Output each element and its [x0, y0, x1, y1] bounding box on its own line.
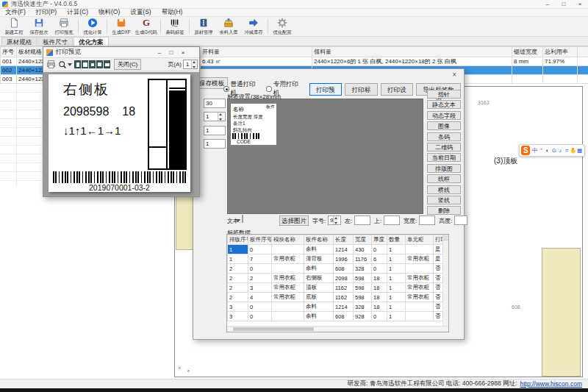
- font-size-label: 字号:: [312, 217, 326, 225]
- barcode-label-button[interactable]: 条码标签: [162, 17, 187, 36]
- preview-close-button[interactable]: ×: [177, 47, 189, 58]
- table-row[interactable]: 20 余料60832801 否: [228, 264, 445, 274]
- template-corner-field[interactable]: 板件: [266, 104, 275, 110]
- ime-logo-icon[interactable]: S: [521, 146, 530, 155]
- dialog-close-icon[interactable]: ×: [452, 71, 456, 79]
- normal-printer-radio[interactable]: [223, 86, 229, 92]
- tool-vline-button[interactable]: 竖线: [427, 196, 461, 204]
- tool-hline-button[interactable]: 横线: [427, 185, 461, 194]
- tab-panel-size[interactable]: 板件尺寸: [37, 37, 73, 46]
- text-combo[interactable]: [242, 215, 243, 223]
- ime-punct-icon[interactable]: ”: [538, 147, 545, 154]
- horizontal-scrollbar[interactable]: [227, 326, 449, 332]
- optimize-calc-button[interactable]: 优化计算: [80, 17, 105, 36]
- page-number-stepper[interactable]: 1: [183, 60, 198, 69]
- menu-calc[interactable]: 计算(C): [62, 8, 93, 17]
- label-width-input[interactable]: 30: [204, 99, 226, 108]
- menu-file[interactable]: 文件(F): [0, 8, 31, 17]
- template-dims-field[interactable]: 长度宽度 厚度: [233, 114, 263, 121]
- template-name-field[interactable]: 名称: [233, 106, 244, 113]
- preview-window-icon: [46, 49, 53, 56]
- menu-print[interactable]: 打印(P): [31, 8, 62, 17]
- generate-dxf-button[interactable]: 生成DXF: [109, 17, 134, 36]
- font-size-stepper[interactable]: 9: [328, 215, 341, 225]
- label-count-stepper[interactable]: 1: [204, 112, 226, 121]
- table-row[interactable]: 30 余料60892801 否: [228, 312, 445, 321]
- ime-keyboard-icon[interactable]: ⌗: [564, 147, 570, 154]
- table-row[interactable]: 10 余料121443001 是: [228, 245, 445, 254]
- tool-barcode-button[interactable]: 条码: [427, 132, 461, 141]
- tool-layout-diagram-button[interactable]: 排版图: [427, 164, 461, 173]
- label-margin-input[interactable]: 1: [204, 126, 226, 135]
- table-row[interactable]: 22常用衣柜右侧板2098598181常用衣柜否: [228, 274, 445, 283]
- print-preview-button[interactable]: 打印预览: [51, 17, 76, 36]
- print-settings-button[interactable]: 打印设置: [381, 83, 414, 96]
- minimize-button[interactable]: –: [539, 0, 556, 9]
- preview-maximize-button[interactable]: □: [165, 47, 177, 58]
- table-row[interactable]: 30 余料1214328181 否: [228, 302, 445, 312]
- facing-page-toggle[interactable]: [82, 60, 88, 68]
- tool-pointer-button[interactable]: 指针: [427, 90, 461, 99]
- tab-raw-material[interactable]: 原材规格: [1, 37, 37, 46]
- tool-image-button[interactable]: 图像: [427, 121, 461, 130]
- optimize-config-button[interactable]: 优化配置: [270, 17, 295, 36]
- menu-settings[interactable]: 设置(S): [125, 8, 156, 17]
- two-page-toggle[interactable]: [89, 60, 96, 68]
- zoom-icon[interactable]: [58, 60, 67, 69]
- template-barcode[interactable]: [232, 133, 262, 139]
- maximize-button[interactable]: □: [556, 0, 572, 9]
- tool-qrcode-button[interactable]: 二维码: [427, 143, 461, 152]
- ime-handwrite-icon[interactable]: ✋: [570, 147, 576, 154]
- vertical-scrollbar[interactable]: [442, 235, 448, 327]
- pick-image-button[interactable]: 选择图片: [279, 215, 309, 226]
- tool-static-text-button[interactable]: 静态文本: [427, 100, 461, 109]
- label-design-area[interactable]: 名称 板件 长度宽度 厚度 备注1 斜孔转向 CODE: [227, 99, 423, 214]
- table-row[interactable]: 24常用衣柜底板1162598181常用衣柜否: [228, 293, 445, 302]
- multi-page-toggle[interactable]: [104, 60, 110, 68]
- tool-dynamic-field-button[interactable]: 动态字段: [427, 111, 461, 120]
- label-gap-input[interactable]: 1: [204, 139, 226, 149]
- tab-optimize-plan[interactable]: 优化方案: [74, 37, 109, 46]
- tool-current-date-button[interactable]: 当前日期: [427, 153, 461, 162]
- preview-minimize-button[interactable]: –: [154, 47, 165, 58]
- dedicated-printer-radio[interactable]: [266, 86, 272, 92]
- material-manage-button[interactable]: 原材管理: [191, 17, 216, 36]
- ime-emoji-icon[interactable]: ◐: [545, 147, 551, 154]
- deduct-stock-button[interactable]: 冲减库存: [241, 17, 266, 36]
- four-page-toggle[interactable]: [96, 60, 103, 68]
- app-window: 海迅快速生产 - V4.0.6.5 – □ × 文件(F) 打印(P) 计算(C…: [0, 0, 588, 392]
- zoom-dropdown-icon[interactable]: [68, 63, 72, 66]
- tool-wireframe-button[interactable]: 线框: [427, 174, 461, 183]
- width-input[interactable]: [419, 215, 435, 225]
- ime-skin-icon[interactable]: ⊙: [551, 147, 557, 154]
- print-icon[interactable]: [46, 60, 56, 69]
- barcode-text: 2019070001-03-2: [49, 183, 190, 192]
- print-preview-dialog-button[interactable]: 打印预览: [309, 83, 343, 96]
- label-template[interactable]: 名称 板件 长度宽度 厚度 备注1 斜孔转向 CODE: [231, 104, 276, 145]
- ime-toolbar[interactable]: S 中 ” ◐ ⊙ ♪ ⌗ ✋ ▦: [519, 144, 585, 157]
- ime-toolbox-icon[interactable]: ▦: [576, 147, 583, 154]
- template-note-field[interactable]: 备注1: [233, 121, 245, 127]
- table-row[interactable]: 17常用衣柜薄背板1996117661常用衣柜是: [228, 254, 445, 264]
- remnant-instock-button[interactable]: 余料入库: [216, 17, 241, 36]
- top-input[interactable]: [384, 215, 400, 225]
- single-page-toggle[interactable]: [74, 60, 81, 68]
- preview-close-action-button[interactable]: 关闭(C): [114, 59, 141, 70]
- new-project-button[interactable]: 新建工程: [1, 17, 26, 36]
- menu-material[interactable]: 物料(O): [93, 8, 125, 17]
- tool-delete-button[interactable]: 删除: [427, 206, 461, 215]
- save-batch-button[interactable]: 保存批次: [26, 17, 51, 36]
- label-data-table[interactable]: 排版序号板件序号模块名称板件名称长度宽度厚度数量单元柜打印10 余料121443…: [227, 235, 445, 321]
- height-input[interactable]: [454, 215, 467, 225]
- toolbar-separator: [78, 19, 79, 34]
- print-label-button[interactable]: 打印标签: [345, 83, 378, 96]
- table-row[interactable]: 23常用衣柜顶板1162598181常用衣柜否: [228, 283, 445, 293]
- template-code-field[interactable]: CODE: [237, 139, 251, 144]
- ime-voice-icon[interactable]: ♪: [557, 147, 564, 154]
- website-link[interactable]: http://www.hiscon.com: [520, 380, 582, 388]
- menu-help[interactable]: 帮助(H): [157, 8, 188, 17]
- generate-gcode-button[interactable]: G 生成G代码: [134, 17, 159, 36]
- ime-lang-icon[interactable]: 中: [531, 147, 538, 154]
- close-button[interactable]: ×: [572, 0, 588, 9]
- left-input[interactable]: [354, 215, 370, 225]
